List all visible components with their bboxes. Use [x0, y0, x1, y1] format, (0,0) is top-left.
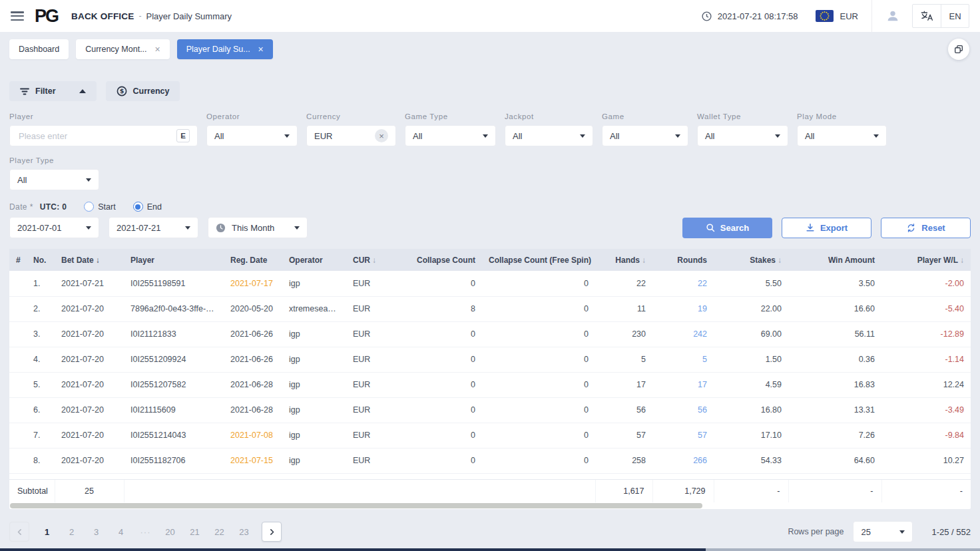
- date-label: Date *: [9, 202, 33, 212]
- cell-cur: EUR: [346, 448, 407, 473]
- page-button-21[interactable]: 21: [182, 527, 207, 537]
- language-switcher[interactable]: EN: [912, 4, 969, 28]
- page-scrollbar-thumb[interactable]: [0, 548, 706, 551]
- page-horizontal-scrollbar[interactable]: [0, 548, 980, 551]
- cell-rounds[interactable]: 17: [652, 372, 714, 397]
- page-button-22[interactable]: 22: [207, 527, 232, 537]
- tab-close-icon[interactable]: ×: [258, 45, 264, 54]
- svg-text:$: $: [119, 87, 124, 94]
- cell-index: [9, 423, 27, 448]
- clock-icon: [216, 223, 226, 233]
- tab-currency-mont[interactable]: Currency Mont...×: [76, 39, 170, 59]
- sort-down-icon[interactable]: ↓: [960, 256, 964, 265]
- jackpot-select[interactable]: All: [505, 125, 593, 146]
- currency-select[interactable]: EUR ×: [306, 125, 396, 146]
- filter-chip-label: Filter: [35, 87, 56, 96]
- wallet-type-label: Wallet Type: [697, 112, 788, 120]
- next-page-button[interactable]: [262, 522, 282, 542]
- duplicate-tab-button[interactable]: [948, 39, 969, 60]
- filter-icon: [20, 87, 29, 96]
- page-button-2[interactable]: 2: [59, 527, 84, 537]
- page-button-3[interactable]: 3: [84, 527, 109, 537]
- cell-win-amount: 64.60: [788, 448, 881, 473]
- cell-rounds[interactable]: 266: [652, 448, 714, 473]
- chevron-down-icon: [873, 134, 879, 138]
- start-radio-option[interactable]: Start: [84, 202, 115, 212]
- date-from-select[interactable]: 2021-07-01: [9, 217, 99, 238]
- column-header-cur[interactable]: CUR↓: [346, 249, 407, 271]
- menu-icon[interactable]: [11, 11, 24, 21]
- tab-close-icon[interactable]: ×: [155, 45, 160, 54]
- eu-flag-icon[interactable]: [816, 10, 834, 22]
- table-horizontal-scrollbar[interactable]: [9, 502, 971, 509]
- wallet-type-select[interactable]: All: [697, 125, 788, 146]
- scrollbar-thumb[interactable]: [10, 503, 702, 508]
- tab-player-daily-su[interactable]: Player Daily Su...×: [177, 39, 273, 59]
- cell-collapse-count: 0: [407, 448, 482, 473]
- translate-icon[interactable]: [913, 5, 941, 27]
- user-icon[interactable]: [885, 9, 900, 23]
- subtotal-count: 25: [55, 479, 124, 502]
- play-mode-select[interactable]: All: [797, 125, 887, 146]
- language-code[interactable]: EN: [941, 5, 969, 27]
- currency-code[interactable]: EUR: [840, 11, 858, 21]
- cell-rounds[interactable]: 19: [652, 296, 714, 321]
- export-button[interactable]: Export: [782, 218, 871, 238]
- sort-down-icon[interactable]: ↓: [642, 256, 646, 265]
- chevron-down-icon: [580, 134, 585, 138]
- page-button-4[interactable]: 4: [109, 527, 133, 537]
- sort-down-icon[interactable]: ↓: [96, 256, 100, 265]
- cell-rounds[interactable]: 56: [652, 397, 714, 423]
- currency-chip-button[interactable]: $ Currency: [106, 81, 180, 101]
- currency-label: Currency: [306, 112, 396, 120]
- cell-rounds[interactable]: 5: [652, 347, 714, 372]
- radio-selected-icon[interactable]: [133, 202, 143, 212]
- cell-index: [9, 448, 27, 473]
- page-button-20[interactable]: 20: [158, 527, 182, 537]
- column-header-stakes[interactable]: Stakes↓: [714, 249, 788, 271]
- rows-per-page-label: Rows per page: [788, 527, 844, 536]
- cell-rounds[interactable]: 22: [652, 271, 714, 296]
- operator-select[interactable]: All: [206, 125, 298, 146]
- tab-dashboard[interactable]: Dashboard: [9, 39, 69, 59]
- cell-collapse-count-free-spin: 0: [482, 423, 595, 448]
- server-datetime: 2021-07-21 08:17:58: [718, 11, 798, 21]
- column-header-hands[interactable]: Hands↓: [595, 249, 652, 271]
- brand-logo: PG: [35, 6, 58, 27]
- column-header-player-w-l[interactable]: Player W/L↓: [881, 249, 971, 271]
- cell-rounds[interactable]: 242: [652, 321, 714, 347]
- clear-currency-icon[interactable]: ×: [375, 129, 388, 142]
- radio-unselected-icon[interactable]: [84, 202, 94, 212]
- search-button[interactable]: Search: [682, 218, 772, 238]
- page-button-23[interactable]: 23: [232, 527, 256, 537]
- end-radio-option[interactable]: End: [133, 202, 162, 212]
- chevron-down-icon: [294, 226, 300, 230]
- column-header-operator: Operator: [282, 249, 346, 271]
- cell-rounds[interactable]: 57: [652, 423, 714, 448]
- cell-player: I0I21121833: [124, 321, 224, 347]
- game-type-select[interactable]: All: [405, 125, 496, 146]
- cell-hands: 5: [595, 347, 652, 372]
- cell-operator: igp: [282, 423, 346, 448]
- player-input[interactable]: [17, 130, 176, 142]
- cell-collapse-count-free-spin: 0: [482, 372, 595, 397]
- date-preset-select[interactable]: This Month: [208, 217, 308, 238]
- sort-down-icon[interactable]: ↓: [372, 256, 376, 265]
- column-header-bet-date[interactable]: Bet Date↓: [55, 249, 124, 271]
- game-select[interactable]: All: [602, 125, 688, 146]
- date-to-select[interactable]: 2021-07-21: [109, 217, 198, 238]
- cell-bet-date: 2021-07-21: [55, 271, 124, 296]
- cell-hands: 56: [595, 397, 652, 423]
- sort-down-icon[interactable]: ↓: [778, 256, 782, 265]
- reset-button[interactable]: Reset: [881, 218, 971, 238]
- page-button-1[interactable]: 1: [35, 527, 59, 537]
- filter-toggle-button[interactable]: Filter: [9, 81, 97, 101]
- page-ellipsis: ···: [133, 527, 158, 537]
- cell-player: I0I2551182706: [124, 448, 224, 473]
- table-row: 3.2021-07-20I0I211218332021-06-26igpEUR0…: [9, 321, 971, 347]
- cell-cur: EUR: [346, 397, 407, 423]
- rows-per-page-select[interactable]: 25: [853, 521, 913, 542]
- previous-page-button[interactable]: [9, 522, 29, 542]
- exact-match-badge[interactable]: E: [176, 129, 190, 142]
- player-type-select[interactable]: All: [9, 169, 99, 190]
